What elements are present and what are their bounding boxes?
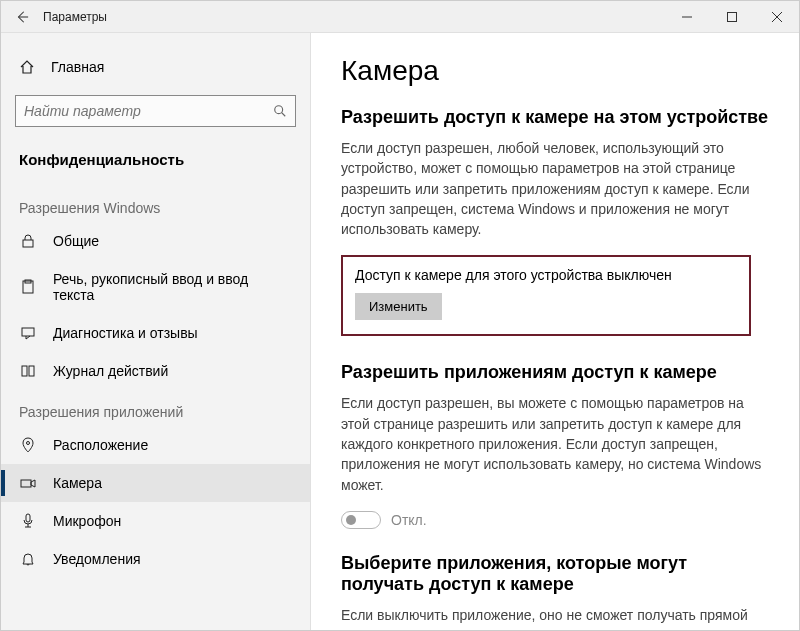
lock-icon: [19, 233, 37, 249]
sidebar-item-microphone[interactable]: Микрофон: [1, 502, 310, 540]
camera-access-status: Доступ к камере для этого устройства вык…: [355, 267, 737, 283]
sidebar-item-location[interactable]: Расположение: [1, 426, 310, 464]
main-content: Камера Разрешить доступ к камере на этом…: [311, 33, 799, 630]
section1-heading: Разрешить доступ к камере на этом устрой…: [341, 107, 769, 128]
back-icon[interactable]: [15, 10, 29, 24]
sidebar-group-apps: Разрешения приложений: [1, 390, 310, 426]
sidebar-item-general[interactable]: Общие: [1, 222, 310, 260]
sidebar: Главная Конфиденциальность Разрешения Wi…: [1, 33, 311, 630]
sidebar-item-label: Общие: [53, 233, 99, 249]
bell-icon: [19, 551, 37, 567]
window-title: Параметры: [43, 10, 107, 24]
sidebar-home-label: Главная: [51, 59, 104, 75]
sidebar-item-label: Уведомления: [53, 551, 141, 567]
search-icon: [273, 104, 287, 118]
sidebar-item-camera[interactable]: Камера: [1, 464, 310, 502]
svg-rect-5: [22, 328, 34, 336]
section3-body: Если выключить приложение, оно не сможет…: [341, 605, 769, 630]
sidebar-item-activity[interactable]: Журнал действий: [1, 352, 310, 390]
feedback-icon: [19, 325, 37, 341]
minimize-button[interactable]: [664, 1, 709, 33]
maximize-button[interactable]: [709, 1, 754, 33]
search-box[interactable]: [15, 95, 296, 127]
sidebar-item-label: Микрофон: [53, 513, 121, 529]
microphone-icon: [19, 513, 37, 529]
change-button[interactable]: Изменить: [355, 293, 442, 320]
camera-icon: [19, 475, 37, 491]
camera-access-status-box: Доступ к камере для этого устройства вык…: [341, 255, 751, 336]
svg-rect-0: [727, 12, 736, 21]
sidebar-item-diagnostics[interactable]: Диагностика и отзывы: [1, 314, 310, 352]
svg-rect-10: [26, 514, 30, 522]
toggle-label: Откл.: [391, 512, 427, 528]
svg-rect-2: [23, 240, 33, 247]
search-input[interactable]: [24, 103, 273, 119]
svg-rect-9: [21, 480, 31, 487]
sidebar-item-label: Речь, рукописный ввод и ввод текста: [53, 271, 292, 303]
sidebar-item-label: Камера: [53, 475, 102, 491]
sidebar-current-section: Конфиденциальность: [1, 137, 310, 186]
svg-rect-7: [29, 366, 34, 376]
svg-point-1: [275, 106, 283, 114]
sidebar-item-label: Диагностика и отзывы: [53, 325, 198, 341]
apps-access-toggle[interactable]: [341, 511, 381, 529]
section2-heading: Разрешить приложениям доступ к камере: [341, 362, 769, 383]
section1-body: Если доступ разрешен, любой человек, исп…: [341, 138, 769, 239]
sidebar-item-label: Журнал действий: [53, 363, 168, 379]
section2-body: Если доступ разрешен, вы можете с помощь…: [341, 393, 769, 494]
sidebar-item-label: Расположение: [53, 437, 148, 453]
section3-heading: Выберите приложения, которые могут получ…: [341, 553, 769, 595]
titlebar: Параметры: [1, 1, 799, 33]
home-icon: [19, 59, 35, 75]
sidebar-group-windows: Разрешения Windows: [1, 186, 310, 222]
page-title: Камера: [341, 55, 769, 87]
activity-icon: [19, 363, 37, 379]
sidebar-item-notifications[interactable]: Уведомления: [1, 540, 310, 578]
clipboard-icon: [19, 279, 37, 295]
sidebar-home[interactable]: Главная: [1, 51, 310, 83]
location-icon: [19, 437, 37, 453]
sidebar-item-speech[interactable]: Речь, рукописный ввод и ввод текста: [1, 260, 310, 314]
svg-point-8: [27, 442, 30, 445]
svg-rect-6: [22, 366, 27, 376]
close-button[interactable]: [754, 1, 799, 33]
